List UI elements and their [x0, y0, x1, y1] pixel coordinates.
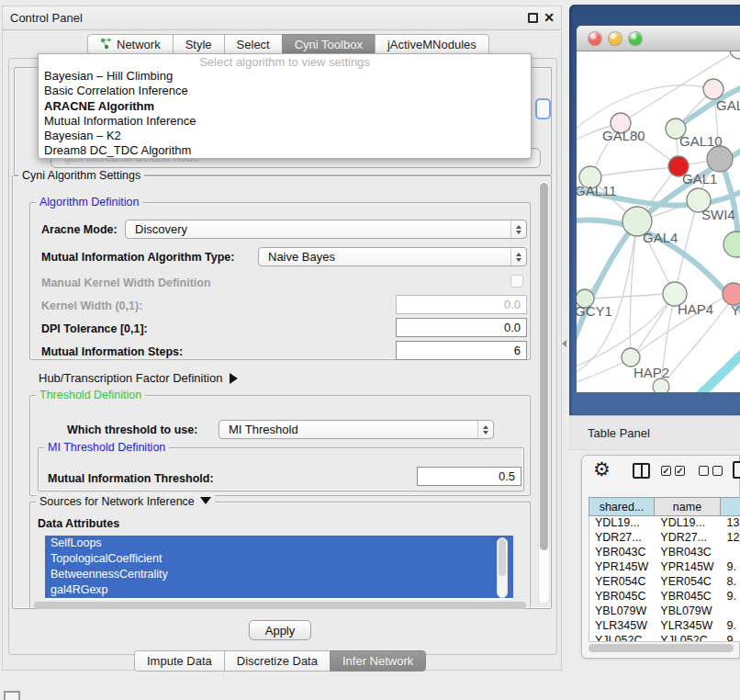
dpi-tolerance-input[interactable]: 0.0	[396, 318, 527, 337]
app-root: Control Panel ✕ NetworkStyleSelectCyni T…	[0, 0, 740, 700]
bottom-tab-infer-network[interactable]: Infer Network	[330, 650, 426, 672]
node-label-hap2: HAP2	[633, 365, 669, 380]
deselect-all-columns-icon[interactable]	[699, 466, 723, 476]
tab-cyni-toolbox-label: Cyni Toolbox	[295, 38, 363, 51]
partial-toolbar-icon[interactable]	[733, 461, 740, 479]
table-row[interactable]: YLR345WYLR345W9.	[589, 619, 740, 634]
threshold-definition-legend: Threshold Definition	[36, 389, 145, 401]
attribute-item-selfloops[interactable]: SelfLoops	[45, 536, 513, 551]
apply-button[interactable]: Apply	[249, 620, 311, 640]
table-row[interactable]: YBR045CYBR045C9.	[589, 590, 740, 604]
dpi-tolerance-label: DPI Tolerance [0,1]:	[41, 322, 148, 335]
network-edge	[577, 85, 713, 132]
algorithm-option-bayesian-k2[interactable]: Bayesian – K2	[39, 129, 531, 143]
node-table-body: YDL19...YDL19...13YDR27...YDR27...12YBR0…	[589, 516, 740, 642]
table-cell	[722, 546, 740, 560]
hub-definition-toggle[interactable]: Hub/Transcription Factor Definition	[39, 371, 238, 385]
network-node[interactable]	[730, 51, 740, 59]
tab-select[interactable]: Select	[224, 34, 283, 55]
node-label-hap4: HAP4	[678, 301, 713, 317]
minimize-traffic-light[interactable]	[609, 32, 622, 45]
settings-scrollbar[interactable]	[538, 180, 550, 604]
table-hscrollbar-thumb[interactable]	[589, 644, 734, 652]
close-icon[interactable]: ✕	[544, 10, 555, 25]
table-row[interactable]: YPR145WYPR145W9.	[589, 560, 740, 575]
aracne-mode-value: Discovery	[135, 222, 187, 236]
algorithm-option-dream8-dc-tdc-algorithm[interactable]: Dream8 DC_TDC Algorithm	[39, 143, 531, 158]
mi-type-combo[interactable]: Naive Bayes	[258, 247, 527, 266]
kernel-width-input[interactable]: 0.0	[396, 295, 527, 314]
tab-style[interactable]: Style	[173, 34, 225, 55]
table-cell: YDR27...	[589, 531, 655, 546]
bottom-tab-discretize-data[interactable]: Discretize Data	[224, 650, 331, 672]
algorithm-option-basic-correlation-inference[interactable]: Basic Correlation Inference	[39, 84, 531, 98]
algorithm-combo-focus-ring	[535, 98, 551, 119]
control-panel-window: Control Panel ✕ NetworkStyleSelectCyni T…	[2, 6, 562, 671]
table-panel-header: Table Panel	[569, 415, 740, 450]
settings-scrollbar-thumb[interactable]	[540, 183, 548, 550]
table-cell: 9.	[722, 619, 740, 634]
network-canvas[interactable]: GALGAL80GAL10GAL1GAL11SWI4GAL4GCY1HAP4YH…	[577, 51, 740, 392]
columns-icon[interactable]	[633, 463, 650, 479]
select-all-columns-icon[interactable]: ✓ ✓	[661, 466, 685, 476]
table-row[interactable]: YDR27...YDR27...12	[589, 531, 740, 546]
tab-cyni-toolbox[interactable]: Cyni Toolbox	[282, 34, 376, 55]
manual-kernel-label: Manual Kernel Width Definition	[41, 277, 211, 289]
control-panel-titlebar: Control Panel ✕	[3, 6, 561, 30]
sources-legend-text: Sources for Network Inference	[39, 495, 195, 508]
table-row[interactable]: YBR043CYBR043C	[589, 546, 740, 560]
bottom-tab-infer-network-label: Infer Network	[342, 654, 413, 668]
network-node-hap2[interactable]	[622, 348, 640, 367]
table-cell: YBR045C	[589, 590, 655, 604]
mi-steps-input[interactable]: 6	[396, 341, 527, 360]
attribute-item-topologicalcoefficient[interactable]: TopologicalCoefficient	[45, 551, 513, 567]
network-edge	[577, 360, 628, 384]
bottom-tab-impute-data-label: Impute Data	[147, 654, 212, 668]
zoom-traffic-light[interactable]	[629, 32, 642, 45]
manual-kernel-checkbox[interactable]	[510, 275, 523, 288]
table-cell: YPR145W	[589, 560, 655, 575]
data-attributes-list[interactable]: SelfLoopsTopologicalCoefficientBetweenne…	[45, 536, 513, 600]
hidden-panel-button[interactable]	[4, 691, 20, 700]
which-threshold-label: Which threshold to use:	[67, 423, 197, 436]
mi-threshold-input[interactable]: 0.5	[417, 467, 521, 486]
kernel-width-label: Kernel Width (0,1):	[41, 299, 142, 312]
attributes-list-scrollbar[interactable]	[497, 537, 508, 598]
network-node-gal[interactable]	[703, 79, 723, 99]
unchecked-box-icon	[712, 466, 723, 476]
network-edge	[590, 167, 677, 177]
table-row[interactable]: YDL19...YDL19...13	[589, 516, 740, 531]
network-edge-weighted	[694, 344, 740, 392]
column-header-name[interactable]: name	[654, 497, 721, 516]
table-cell: YDL19...	[589, 516, 655, 531]
column-header-a[interactable]: A	[720, 497, 740, 516]
attribute-item-betweennesscentrality[interactable]: BetweennessCentrality	[45, 567, 513, 582]
float-window-icon[interactable]	[528, 13, 538, 23]
mi-type-label: Mutual Information Algorithm Type:	[41, 251, 234, 264]
attributes-hscrollbar-thumb[interactable]	[34, 602, 526, 609]
split-pane-collapse-icon[interactable]	[562, 340, 566, 347]
gear-icon[interactable]: ⚙	[593, 458, 611, 480]
which-threshold-combo[interactable]: MI Threshold	[219, 420, 494, 439]
bottom-tab-impute-data[interactable]: Impute Data	[134, 650, 225, 672]
close-traffic-light[interactable]	[589, 32, 601, 45]
table-row[interactable]: YER054CYER054C8.	[589, 575, 740, 590]
algorithm-option-bayesian-hill-climbing[interactable]: Bayesian – Hill Climbing	[39, 69, 531, 84]
tab-jactivemnodules[interactable]: jActiveMNodules	[375, 34, 489, 55]
network-node[interactable]	[723, 231, 740, 257]
attribute-item-gal4rgexp[interactable]: gal4RGexp	[45, 582, 513, 598]
algorithm-option-aracne-algorithm[interactable]: ARACNE Algorithm	[39, 99, 531, 114]
table-row[interactable]: YJL052CYJL052C9	[589, 634, 740, 642]
network-node[interactable]	[653, 378, 669, 392]
tab-network[interactable]: Network	[87, 34, 174, 55]
column-header-shared[interactable]: shared...	[589, 497, 655, 516]
algorithm-option-mutual-information-inference[interactable]: Mutual Information Inference	[39, 114, 531, 129]
attributes-scrollbar-thumb[interactable]	[499, 539, 506, 576]
network-node[interactable]	[707, 146, 733, 172]
table-row[interactable]: YBL079WYBL079W	[589, 604, 740, 619]
aracne-mode-combo[interactable]: Discovery	[125, 220, 527, 239]
expanded-arrow-icon[interactable]	[200, 497, 211, 504]
algorithm-definition-legend: Algorithm Definition	[36, 196, 142, 209]
bottom-tab-discretize-data-label: Discretize Data	[237, 654, 318, 668]
table-panel-area: Table Panel ⚙ ✓ ✓ shared...nameA YDL19..…	[569, 415, 740, 700]
